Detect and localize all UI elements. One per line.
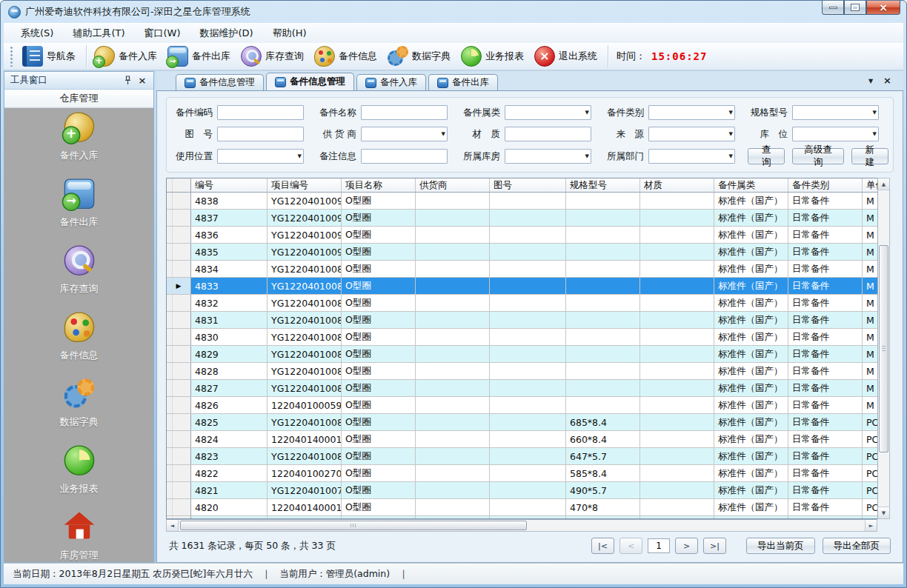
column-header-9[interactable]: 单位 <box>863 178 877 192</box>
next-page-button[interactable]: > <box>675 538 698 554</box>
table-row[interactable]: 4821YG12204010079O型圈490*5.7标准件（国产）日常备件PC <box>167 482 877 499</box>
table-row[interactable]: 48261220401000599O型圈标准件（国产）日常备件M <box>167 397 877 414</box>
search-combo-6[interactable]: ▼ <box>361 127 448 141</box>
search-input-11[interactable] <box>361 149 448 164</box>
menu-item[interactable]: 辅助工具(T) <box>63 24 134 43</box>
table-row[interactable]: 4837YG12204010092O型圈标准件（国产）日常备件M <box>167 210 877 227</box>
page-number-input[interactable] <box>648 538 670 553</box>
prev-page-button[interactable]: < <box>619 538 642 554</box>
table-row[interactable]: 4835YG12204010090O型圈标准件（国产）日常备件M <box>167 244 877 261</box>
search-input-1[interactable] <box>361 105 448 120</box>
table-row[interactable]: 4832YG12204010087O型圈标准件（国产）日常备件M <box>167 295 877 312</box>
sidebar-close-icon[interactable]: × <box>137 76 147 86</box>
scroll-right-icon[interactable]: ► <box>865 520 877 531</box>
advanced-query-button[interactable]: 高级查询 <box>792 148 844 164</box>
column-header-1[interactable]: 项目编号 <box>268 178 342 192</box>
column-header-8[interactable]: 备件类别 <box>788 178 863 192</box>
cell: O型圈 <box>342 380 416 396</box>
menu-item[interactable]: 帮助(H) <box>263 24 316 43</box>
tab-2[interactable]: 备件入库 <box>356 74 426 90</box>
table-row[interactable]: 4823YG12204010080O型圈647*5.7标准件（国产）日常备件PC <box>167 448 877 465</box>
cell: PC <box>863 414 877 430</box>
table-row[interactable]: 4836YG12204010091O型圈标准件（国产）日常备件M <box>167 227 877 244</box>
title-bar[interactable]: 广州爱奇迪软件科技有限公司-深田之星仓库管理系统 × <box>4 1 903 23</box>
scroll-up-icon[interactable]: ▲ <box>878 178 889 190</box>
table-row[interactable]: 4834YG12204010089O型圈标准件（国产）日常备件M <box>167 261 877 278</box>
tab-0[interactable]: 备件信息管理 <box>176 74 264 90</box>
table-row[interactable]: ▶4833YG12204010088O型圈标准件（国产）日常备件M <box>167 278 877 295</box>
column-header-4[interactable]: 图号 <box>490 178 566 192</box>
search-combo-3[interactable]: ▼ <box>648 105 735 120</box>
search-combo-8[interactable]: ▼ <box>648 127 735 141</box>
search-combo-2[interactable]: ▼ <box>505 105 591 120</box>
search-input-7[interactable] <box>505 127 591 141</box>
sidebar-item-6[interactable]: 库房管理 <box>60 521 99 562</box>
query-button[interactable]: 查询 <box>748 148 785 164</box>
column-header-5[interactable]: 规格型号 <box>566 178 640 192</box>
column-header-6[interactable]: 材质 <box>640 178 714 192</box>
scroll-left-icon[interactable]: ◄ <box>167 520 179 531</box>
tab-close-icon[interactable]: × <box>883 77 891 84</box>
first-page-button[interactable]: |< <box>591 538 614 554</box>
table-row[interactable]: 4828YG12204010083O型圈标准件（国产）日常备件M <box>167 363 877 380</box>
table-row[interactable]: 4838YG12204010093O型圈标准件（国产）日常备件M <box>167 193 877 210</box>
table-row[interactable]: 4830YG12204010085O型圈标准件（国产）日常备件M <box>167 329 877 346</box>
tab-1[interactable]: 备件信息管理 <box>266 73 354 90</box>
search-field-label: 备注信息 <box>316 150 356 163</box>
last-page-button[interactable]: >| <box>703 538 726 554</box>
search-input-5[interactable] <box>217 127 304 141</box>
cell: 1220401400013 <box>268 499 342 515</box>
search-combo-13[interactable]: ▼ <box>648 149 735 164</box>
search-combo-4[interactable]: ▼ <box>792 105 879 120</box>
toolbar-button-2[interactable]: 备件出库 <box>164 44 237 68</box>
close-button[interactable]: × <box>866 1 900 15</box>
toolbar-button-0[interactable]: 导航条 <box>19 44 82 68</box>
menu-item[interactable]: 数据维护(D) <box>190 24 263 43</box>
table-row[interactable]: 48221220401002700O型圈585*8.4标准件（国产）日常备件PC <box>167 465 877 482</box>
toolbar-button-5[interactable]: 数据字典 <box>384 44 457 68</box>
table-row[interactable]: 48201220401400013O型圈470*8标准件（国产）日常备件PC <box>167 499 877 516</box>
menu-item[interactable]: 窗口(W) <box>135 24 190 43</box>
minimize-button[interactable] <box>822 1 844 15</box>
cell: YG12204010087 <box>268 295 342 311</box>
horizontal-scrollbar-thumb[interactable] <box>180 521 527 530</box>
status-separator: ｜ <box>399 568 408 581</box>
vertical-scrollbar[interactable]: ▲ ▼ <box>877 178 890 519</box>
column-header-0[interactable]: 编号 <box>191 178 268 192</box>
tab-list-dropdown-icon[interactable]: ▼ <box>868 78 873 84</box>
table-row[interactable]: 4831YG12204010086O型圈标准件（国产）日常备件M <box>167 312 877 329</box>
stock-query-icon <box>64 245 94 275</box>
maximize-button[interactable] <box>844 1 866 15</box>
table-row[interactable]: 48241220401400012O型圈660*8.4标准件（国产）日常备件PC <box>167 431 877 448</box>
search-combo-10[interactable]: ▼ <box>217 149 304 164</box>
vertical-scrollbar-thumb[interactable] <box>879 245 888 452</box>
cell: M <box>863 227 877 243</box>
cell: M <box>863 278 877 294</box>
column-header-2[interactable]: 项目名称 <box>342 178 416 192</box>
column-header-3[interactable]: 供货商 <box>416 178 490 192</box>
export-all-pages-button[interactable]: 导出全部页 <box>823 538 891 554</box>
search-field-5: 图 号 <box>173 127 313 141</box>
toolbar-button-4[interactable]: 备件信息 <box>310 44 384 68</box>
column-header-7[interactable]: 备件属类 <box>714 178 788 192</box>
table-row[interactable]: 4827YG12204010082O型圈标准件（国产）日常备件M <box>167 380 877 397</box>
search-combo-9[interactable]: ▼ <box>792 127 879 141</box>
tab-3[interactable]: 备件出库 <box>428 74 498 90</box>
search-input-0[interactable] <box>217 105 304 120</box>
export-current-page-button[interactable]: 导出当前页 <box>746 538 815 554</box>
search-combo-12[interactable]: ▼ <box>505 149 591 164</box>
table-row[interactable]: 4825YG12204010081O型圈685*8.4标准件（国产）日常备件PC <box>167 414 877 431</box>
cell: O型圈 <box>342 227 416 243</box>
cell: O型圈 <box>342 261 416 277</box>
toolbar-grip[interactable] <box>10 46 14 67</box>
table-row[interactable]: 4829YG12204010084O型圈标准件（国产）日常备件M <box>167 346 877 363</box>
menu-item[interactable]: 系统(S) <box>11 24 63 43</box>
horizontal-scrollbar[interactable]: ◄ ► <box>166 519 877 532</box>
toolbar-button-6[interactable]: 业务报表 <box>457 44 531 68</box>
toolbar-button-3[interactable]: 库存查询 <box>237 44 310 68</box>
pin-icon[interactable] <box>122 76 133 86</box>
scroll-down-icon[interactable]: ▼ <box>878 507 889 518</box>
toolbar-button-1[interactable]: 备件入库 <box>90 44 164 68</box>
toolbar-button-7[interactable]: 退出系统 <box>531 44 604 68</box>
new-button[interactable]: 新建 <box>851 148 888 164</box>
